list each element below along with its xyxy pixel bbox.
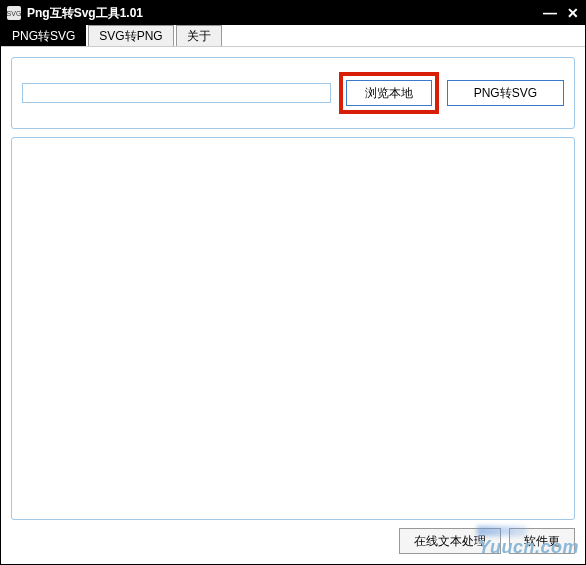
- file-path-input[interactable]: [22, 83, 331, 103]
- app-window: SVG Png互转Svg工具1.01 — ✕ PNG转SVG SVG转PNG 关…: [0, 0, 586, 565]
- titlebar[interactable]: SVG Png互转Svg工具1.01 — ✕: [1, 1, 585, 25]
- close-button[interactable]: ✕: [567, 5, 579, 21]
- app-icon: SVG: [7, 6, 21, 20]
- browse-button[interactable]: 浏览本地: [346, 80, 432, 106]
- tab-bar: PNG转SVG SVG转PNG 关于: [1, 25, 585, 47]
- software-update-button[interactable]: 软件更: [509, 528, 575, 554]
- tab-png2svg[interactable]: PNG转SVG: [1, 25, 86, 46]
- content-area: 浏览本地 PNG转SVG 在线文本处理 软件更: [1, 47, 585, 564]
- window-controls: — ✕: [543, 5, 579, 21]
- input-panel: 浏览本地 PNG转SVG: [11, 57, 575, 129]
- online-text-button[interactable]: 在线文本处理: [399, 528, 501, 554]
- window-title: Png互转Svg工具1.01: [27, 5, 543, 22]
- minimize-button[interactable]: —: [543, 5, 557, 21]
- output-panel: [11, 137, 575, 520]
- convert-button[interactable]: PNG转SVG: [447, 80, 564, 106]
- highlight-box: 浏览本地: [339, 72, 439, 114]
- bottom-bar: 在线文本处理 软件更: [11, 520, 575, 554]
- tab-about[interactable]: 关于: [176, 25, 222, 46]
- tab-svg2png[interactable]: SVG转PNG: [88, 25, 173, 46]
